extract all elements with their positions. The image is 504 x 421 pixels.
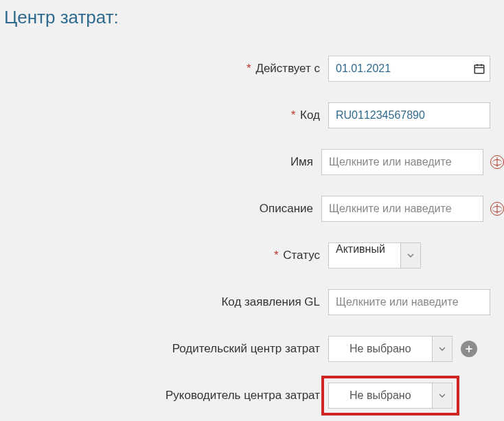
chevron-down-icon[interactable] (432, 336, 453, 362)
cc-manager-lookup[interactable] (328, 383, 453, 409)
label-description: Описание (4, 202, 321, 216)
plus-icon: + (466, 343, 473, 355)
row-description: Описание (4, 194, 504, 223)
gl-code-input[interactable] (328, 289, 490, 315)
globe-icon[interactable] (490, 155, 504, 169)
cost-center-form: * Действует с * Код Имя Описание (4, 54, 504, 421)
label-name: Имя (4, 155, 321, 169)
row-cc-manager: Руководитель центра затрат (4, 381, 504, 409)
chevron-down-icon[interactable] (400, 242, 421, 269)
cc-manager-input[interactable] (328, 383, 432, 409)
parent-cc-input[interactable] (328, 336, 432, 362)
status-select[interactable]: Активный (328, 242, 421, 269)
svg-rect-0 (474, 65, 484, 73)
calendar-icon[interactable] (472, 62, 486, 76)
label-valid-from: * Действует с (4, 62, 328, 76)
valid-from-input[interactable] (328, 56, 490, 82)
chevron-down-icon[interactable] (432, 383, 453, 409)
status-value: Активный (328, 242, 400, 269)
description-input[interactable] (321, 196, 483, 222)
name-input[interactable] (321, 149, 483, 175)
row-gl-code: Код заявления GL (4, 288, 504, 316)
row-code: * Код (4, 101, 504, 129)
label-cc-manager: Руководитель центра затрат (4, 389, 328, 402)
cc-manager-highlight (321, 376, 459, 416)
page-title: Центр затрат: (4, 7, 504, 28)
globe-icon[interactable] (490, 202, 504, 216)
add-parent-cc-button[interactable]: + (461, 341, 477, 357)
label-status: * Статус (4, 249, 328, 262)
parent-cc-lookup[interactable] (328, 336, 453, 362)
label-parent-cc: Родительский центр затрат (4, 342, 328, 356)
row-status: * Статус Активный (4, 241, 504, 269)
label-gl-code: Код заявления GL (4, 295, 328, 309)
label-code: * Код (4, 109, 328, 122)
row-valid-from: * Действует с (4, 54, 504, 82)
code-input[interactable] (328, 102, 490, 128)
row-parent-cc: Родительский центр затрат + (4, 334, 504, 363)
row-name: Имя (4, 148, 504, 176)
